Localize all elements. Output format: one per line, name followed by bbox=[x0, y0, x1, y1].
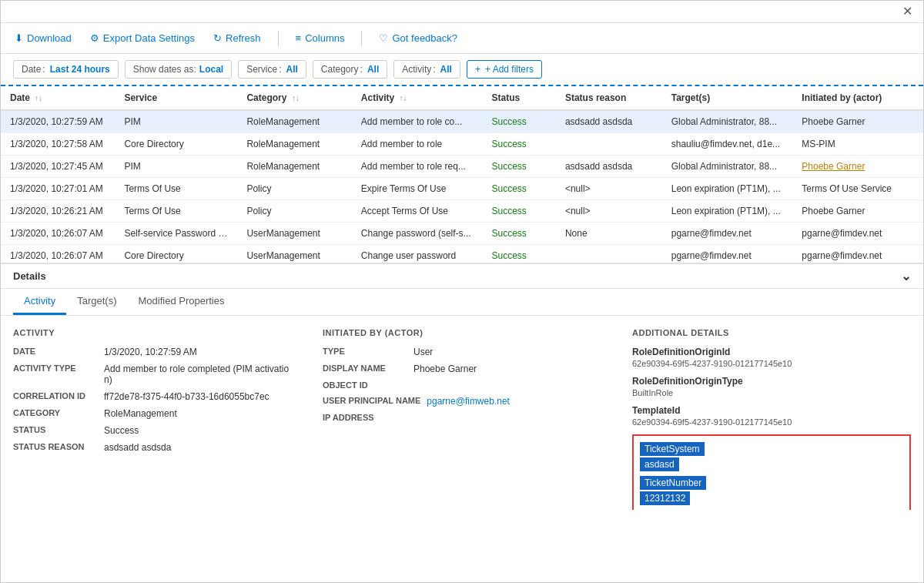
cell-activity: Add member to role req... bbox=[352, 156, 483, 178]
cell-status_reason: asdsadd asdsda bbox=[556, 156, 662, 178]
additional-item-3: TemplateId 62e90394-69f5-4237-9190-01217… bbox=[632, 405, 911, 427]
detail-row-ip: IP ADDRESS bbox=[323, 413, 601, 422]
detail-row-date: DATE 1/3/2020, 10:27:59 AM bbox=[13, 347, 292, 357]
detail-activity-type-value: Add member to role completed (PIM activa… bbox=[104, 364, 292, 385]
category-filter[interactable]: Category : All bbox=[313, 60, 387, 79]
table-row[interactable]: 1/3/2020, 10:26:07 AMCore DirectoryUserM… bbox=[1, 245, 923, 264]
highlight-key-2: TicketNumber bbox=[640, 476, 706, 490]
table-row[interactable]: 1/3/2020, 10:26:07 AMSelf-service Passwo… bbox=[1, 223, 923, 245]
columns-button[interactable]: ≡ Columns bbox=[294, 29, 346, 47]
cell-initiated: Phoebe Garner bbox=[792, 110, 923, 133]
cell-date: 1/3/2020, 10:27:45 AM bbox=[1, 156, 115, 178]
sort-icon-category: ↑↓ bbox=[292, 94, 300, 102]
service-filter-label: Service bbox=[246, 64, 277, 75]
export-button[interactable]: ⚙ Export Data Settings bbox=[89, 29, 196, 47]
col-header-activity[interactable]: Activity ↑↓ bbox=[352, 86, 483, 110]
detail-upn-value[interactable]: pgarne@fimweb.net bbox=[427, 396, 510, 407]
cell-status: Success bbox=[482, 133, 555, 156]
sort-icon-activity: ↑↓ bbox=[400, 94, 407, 102]
cell-service: Self-service Password M... bbox=[115, 223, 237, 245]
cell-status_reason: <null> bbox=[556, 200, 662, 223]
activity-section: ACTIVITY DATE 1/3/2020, 10:27:59 AM ACTI… bbox=[13, 328, 292, 498]
table-row[interactable]: 1/3/2020, 10:27:01 AMTerms Of UsePolicyE… bbox=[1, 178, 923, 200]
title-bar: ✕ bbox=[1, 1, 923, 23]
activity-filter-value: All bbox=[440, 64, 452, 75]
additional-item-2: RoleDefinitionOriginType BuiltInRole bbox=[632, 376, 911, 397]
detail-row-status: STATUS Success bbox=[13, 425, 292, 436]
toolbar: ⬇ Download ⚙ Export Data Settings ↻ Refr… bbox=[1, 23, 923, 54]
col-header-category[interactable]: Category ↑↓ bbox=[237, 86, 351, 110]
close-button[interactable]: ✕ bbox=[898, 4, 917, 19]
cell-initiated: MS-PIM bbox=[792, 133, 923, 156]
cell-category: RoleManagement bbox=[237, 110, 351, 133]
cell-service: PIM bbox=[115, 156, 237, 178]
cell-initiated: Terms Of Use Service bbox=[792, 178, 923, 200]
highlighted-box: TicketSystem asdasd TicketNumber 1231213… bbox=[632, 434, 911, 510]
toolbar-divider-2 bbox=[361, 31, 362, 46]
cell-status: Success bbox=[482, 156, 555, 178]
highlight-val-2: 12312132 bbox=[640, 491, 690, 505]
tab-targets[interactable]: Target(s) bbox=[66, 289, 127, 315]
additional-section: ADDITIONAL DETAILS RoleDefinitionOriginI… bbox=[632, 328, 911, 498]
cell-initiated: pgarne@fimdev.net bbox=[792, 223, 923, 245]
cell-status_reason: asdsadd asdsda bbox=[556, 110, 662, 133]
cell-status: Success bbox=[482, 200, 555, 223]
show-dates-filter[interactable]: Show dates as: Local bbox=[125, 60, 232, 79]
detail-status-reason-value: asdsadd asdsda bbox=[104, 442, 171, 453]
cell-service: Terms Of Use bbox=[115, 200, 237, 223]
columns-icon: ≡ bbox=[296, 32, 302, 44]
col-header-initiated[interactable]: Initiated by (actor) bbox=[792, 86, 923, 110]
download-icon: ⬇ bbox=[15, 32, 23, 44]
show-dates-value: Local bbox=[199, 64, 223, 75]
activity-section-title: ACTIVITY bbox=[13, 328, 292, 337]
additional-key-1: RoleDefinitionOriginId bbox=[632, 347, 911, 357]
cell-date: 1/3/2020, 10:27:01 AM bbox=[1, 178, 115, 200]
col-header-service[interactable]: Service bbox=[115, 86, 237, 110]
detail-status-value: Success bbox=[104, 425, 139, 436]
additional-key-3: TemplateId bbox=[632, 405, 911, 416]
details-header: Details ⌄ bbox=[1, 264, 923, 289]
refresh-button[interactable]: ↻ Refresh bbox=[212, 29, 263, 47]
category-filter-value: All bbox=[367, 64, 379, 75]
sort-icon-date: ↑↓ bbox=[35, 94, 42, 102]
cell-status_reason bbox=[556, 133, 662, 156]
main-table-container: Date ↑↓ Service Category ↑↓ Activity ↑↓ … bbox=[1, 86, 923, 263]
col-header-targets[interactable]: Target(s) bbox=[662, 86, 793, 110]
cell-status: Success bbox=[482, 178, 555, 200]
additional-val-3: 62e90394-69f5-4237-9190-012177145e10 bbox=[632, 417, 911, 427]
activity-filter[interactable]: Activity : All bbox=[393, 60, 460, 79]
cell-status: Success bbox=[482, 245, 555, 264]
tab-modified-properties[interactable]: Modified Properties bbox=[127, 289, 235, 315]
detail-row-correlation-id: CORRELATION ID ff72de78-f375-44f0-b733-1… bbox=[13, 391, 292, 402]
table-row[interactable]: 1/3/2020, 10:27:45 AMPIMRoleManagementAd… bbox=[1, 156, 923, 178]
table-row[interactable]: 1/3/2020, 10:26:21 AMTerms Of UsePolicyA… bbox=[1, 200, 923, 223]
detail-row-type: TYPE User bbox=[323, 347, 601, 357]
service-filter[interactable]: Service : All bbox=[238, 60, 306, 79]
cell-targets: shauliu@fimdev.net, d1e... bbox=[662, 133, 793, 156]
cell-date: 1/3/2020, 10:26:07 AM bbox=[1, 245, 115, 264]
cell-activity: Expire Terms Of Use bbox=[352, 178, 483, 200]
detail-correlation-id-value: ff72de78-f375-44f0-b733-16d6055bc7ec bbox=[104, 391, 270, 402]
date-filter[interactable]: Date : Last 24 hours bbox=[13, 60, 119, 79]
tab-activity[interactable]: Activity bbox=[13, 289, 66, 315]
initiated-section-title: INITIATED BY (ACTOR) bbox=[323, 328, 601, 337]
feedback-button[interactable]: ♡ Got feedback? bbox=[377, 29, 459, 47]
details-collapse-button[interactable]: ⌄ bbox=[901, 269, 911, 283]
detail-row-display-name: DISPLAY NAME Phoebe Garner bbox=[323, 364, 601, 374]
download-button[interactable]: ⬇ Download bbox=[13, 29, 73, 47]
cell-activity: Change password (self-s... bbox=[352, 223, 483, 245]
add-filter-button[interactable]: + + Add filters bbox=[467, 60, 542, 79]
cell-date: 1/3/2020, 10:27:59 AM bbox=[1, 110, 115, 133]
cell-category: UserManagement bbox=[237, 223, 351, 245]
initiated-section: INITIATED BY (ACTOR) TYPE User DISPLAY N… bbox=[323, 328, 601, 498]
col-header-status-reason[interactable]: Status reason bbox=[556, 86, 662, 110]
cell-initiated: Phoebe Garner bbox=[792, 200, 923, 223]
category-filter-label: Category bbox=[321, 64, 359, 75]
cell-initiated: Phoebe Garner bbox=[792, 156, 923, 178]
table-row[interactable]: 1/3/2020, 10:27:59 AMPIMRoleManagementAd… bbox=[1, 110, 923, 133]
detail-category-value: RoleManagement bbox=[104, 408, 177, 419]
toolbar-divider bbox=[278, 31, 279, 46]
col-header-date[interactable]: Date ↑↓ bbox=[1, 86, 115, 110]
table-row[interactable]: 1/3/2020, 10:27:58 AMCore DirectoryRoleM… bbox=[1, 133, 923, 156]
col-header-status[interactable]: Status bbox=[482, 86, 555, 110]
